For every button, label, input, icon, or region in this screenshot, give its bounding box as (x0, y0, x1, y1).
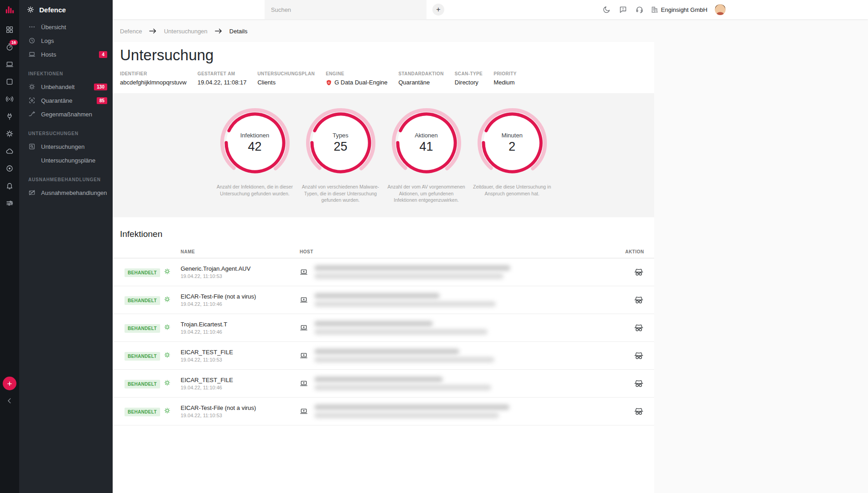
quarantine-action-button[interactable] (634, 378, 644, 389)
stat-gauge: Aktionen41 (390, 107, 463, 179)
infection-timestamp: 19.04.22, 11:10:53 (181, 273, 300, 279)
host-icon (300, 324, 308, 332)
topbar: + Enginsight GmbH (113, 0, 868, 19)
stat-description: Anzahl der Infektionen, die in dieser Un… (216, 184, 294, 197)
feedback-icon[interactable] (616, 3, 630, 16)
redacted-hostname (314, 293, 496, 307)
mask-icon (634, 295, 644, 305)
status-badge: BEHANDELT (125, 408, 160, 416)
meta-label: SCAN-TYPE (455, 71, 483, 76)
sidebar: Defence ÜbersichtLogsHosts4INFEKTIONENUn… (19, 0, 113, 493)
rail-button-devices[interactable] (0, 56, 19, 73)
count-badge: 4 (99, 51, 107, 58)
sidebar-section-label: AUSNAHMEBEHANDLUNGEN (19, 167, 113, 186)
new-tab-button[interactable]: + (432, 4, 444, 16)
breadcrumb-item[interactable]: Defence (120, 28, 142, 35)
redacted-text-line (314, 413, 499, 418)
sidebar-item-untersuchungen[interactable]: Untersuchungen (19, 140, 113, 153)
redacted-text-line (314, 377, 443, 382)
redacted-hostname (314, 404, 509, 418)
redacted-hostname (314, 321, 488, 335)
rail-button-timer[interactable]: 16 (0, 38, 19, 56)
infection-row[interactable]: BEHANDELTTrojan.Eicartest.T19.04.22, 11:… (113, 314, 654, 342)
stat-gauge: Types25 (305, 107, 377, 179)
infection-timestamp: 19.04.22, 11:10:53 (181, 357, 300, 362)
rail-button-target[interactable] (0, 160, 19, 177)
meta-gestartet-am: GESTARTET AM19.04.22, 11:08:17 (198, 71, 246, 86)
rail-button-plug[interactable] (0, 108, 19, 125)
meta-value: GG Data Dual-Engine (326, 79, 387, 86)
sidebar-item-ausnahmebehandlungen[interactable]: Ausnahmebehandlungen (19, 186, 113, 199)
meta-engine: ENGINEGG Data Dual-Engine (326, 71, 387, 86)
sidebar-item-label: Hosts (41, 51, 99, 58)
dark-mode-icon[interactable] (600, 3, 613, 16)
sidebar-item-quarantaene[interactable]: Quarantäne85 (19, 94, 113, 107)
rail-button-broadcast[interactable] (0, 90, 19, 108)
meta-label: UNTERSUCHUNGSPLAN (257, 71, 315, 76)
rail-button-grid[interactable] (0, 21, 19, 38)
defence-icon (26, 5, 35, 14)
sidebar-item-unbehandelt[interactable]: Unbehandelt130 (19, 80, 113, 94)
sidebar-item-label: Ausnahmebehandlungen (41, 189, 107, 196)
sidebar-item-label: Gegenmaßnahmen (41, 111, 107, 118)
add-fab-button[interactable]: + (3, 377, 16, 390)
sidebar-item-hosts[interactable]: Hosts4 (19, 47, 113, 61)
meta-label: ENGINE (326, 71, 387, 76)
sidebar-item-logs[interactable]: Logs (19, 34, 113, 47)
devices-icon (28, 51, 36, 58)
infection-row[interactable]: BEHANDELTEICAR-Test-File (not a virus)19… (113, 398, 654, 425)
infections-table-body: BEHANDELTGeneric.Trojan.Agent.AUV19.04.2… (113, 258, 654, 425)
notification-badge: 16 (10, 40, 18, 45)
breadcrumb-item[interactable]: Untersuchungen (164, 28, 207, 35)
stat-minuten: Minuten2Zeitdauer, die diese Untersuchun… (473, 107, 551, 204)
rail-button-square[interactable] (0, 73, 19, 90)
meta-value: Medium (494, 79, 516, 86)
quarantine-action-button[interactable] (634, 267, 644, 278)
status-badge: BEHANDELT (125, 296, 160, 305)
sidebar-item-label: Quarantäne (41, 97, 97, 104)
organization-switcher[interactable]: Enginsight GmbH (651, 6, 707, 13)
infection-row[interactable]: BEHANDELTGeneric.Trojan.Agent.AUV19.04.2… (113, 258, 654, 286)
rail-button-virus[interactable] (0, 125, 19, 142)
support-icon[interactable] (633, 3, 646, 16)
quarantine-action-button[interactable] (634, 323, 644, 333)
redacted-text-line (314, 301, 496, 307)
enginsight-logo-icon[interactable] (5, 5, 15, 15)
infection-name: EICAR_TEST_FILE (181, 349, 300, 356)
sidebar-item-label: Logs (41, 37, 107, 44)
column-host: HOST (300, 249, 624, 254)
infection-row[interactable]: BEHANDELTEICAR_TEST_FILE19.04.22, 11:10:… (113, 370, 654, 398)
search-input[interactable] (265, 0, 426, 19)
rail-button-sliders[interactable] (0, 194, 19, 212)
collapse-sidebar-button[interactable] (5, 397, 14, 406)
virus-icon (164, 407, 171, 414)
infection-row[interactable]: BEHANDELTEICAR-Test-File (not a virus)19… (113, 286, 654, 314)
user-avatar[interactable] (715, 4, 726, 15)
meta-value: Quarantäne (398, 79, 443, 86)
infection-row[interactable]: BEHANDELTEICAR_TEST_FILE19.04.22, 11:10:… (113, 342, 654, 370)
topbar-right: Enginsight GmbH (600, 0, 726, 19)
rail-button-bell[interactable] (0, 177, 19, 194)
breadcrumb-item[interactable]: Details (229, 28, 248, 35)
infection-timestamp: 19.04.22, 11:10:46 (181, 385, 300, 390)
arrow-right-icon (148, 26, 157, 36)
sidebar-item-gegenmassnahmen[interactable]: Gegenmaßnahmen (19, 107, 113, 121)
virus-icon (164, 379, 171, 386)
organization-icon (651, 6, 658, 13)
rail-button-cloud[interactable] (0, 142, 19, 160)
sidebar-item-label: Unbehandelt (41, 84, 94, 90)
sidebar-section-label: INFEKTIONEN (19, 61, 113, 80)
stat-value: 42 (248, 140, 261, 154)
quarantine-action-button[interactable] (634, 406, 644, 417)
meta-row: IDENTIFIERabcdefghijklmnopqrstuvwGESTART… (113, 71, 654, 86)
sidebar-item-uebersicht[interactable]: Übersicht (19, 20, 113, 34)
quarantine-action-button[interactable] (634, 351, 644, 361)
infection-name: EICAR-Test-File (not a virus) (181, 293, 300, 300)
sidebar-item-untersuchungsplaene[interactable]: Untersuchungspläne (19, 153, 113, 167)
quarantine-action-button[interactable] (634, 295, 644, 305)
countermeasure-icon (28, 110, 36, 118)
page-title: Untersuchung (113, 42, 654, 71)
stat-description: Zeitdauer, die diese Untersuchung in Ans… (473, 184, 551, 197)
redacted-text-line (314, 385, 491, 390)
sidebar-section-label: UNTERSUCHUNGEN (19, 121, 113, 140)
